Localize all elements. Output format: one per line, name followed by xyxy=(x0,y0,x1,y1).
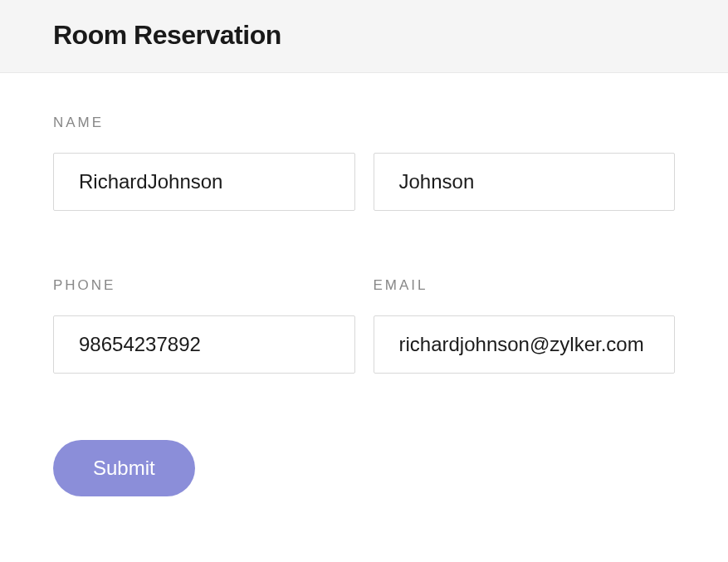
email-group: EMAIL xyxy=(374,277,676,374)
reservation-form: NAME NAME PHONE EMAIL Submit xyxy=(0,73,728,530)
contact-row: PHONE EMAIL xyxy=(53,277,675,374)
last-name-group: NAME xyxy=(374,115,676,211)
page-header: Room Reservation xyxy=(0,0,728,73)
email-input[interactable] xyxy=(374,315,676,374)
phone-input[interactable] xyxy=(53,315,355,374)
page-title: Room Reservation xyxy=(53,20,675,51)
last-name-input[interactable] xyxy=(374,153,676,211)
submit-button[interactable]: Submit xyxy=(53,440,195,496)
phone-group: PHONE xyxy=(53,277,355,374)
email-label: EMAIL xyxy=(374,277,676,294)
first-name-input[interactable] xyxy=(53,153,355,211)
name-label: NAME xyxy=(53,115,355,131)
name-row: NAME NAME xyxy=(53,115,675,211)
phone-label: PHONE xyxy=(53,277,355,294)
first-name-group: NAME xyxy=(53,115,355,211)
